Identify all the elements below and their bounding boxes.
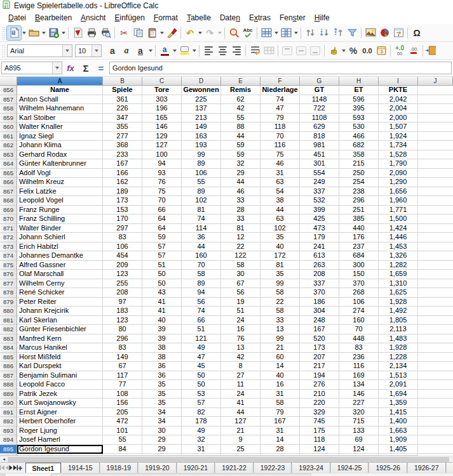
font-name-select[interactable]: Arial bbox=[7, 44, 72, 57]
font-size-select[interactable]: 10 bbox=[75, 44, 102, 57]
sheet-tab-1918-19[interactable]: 1918-19 bbox=[100, 463, 139, 473]
redo-dropdown[interactable] bbox=[217, 26, 222, 40]
cell[interactable]: 58 bbox=[260, 399, 300, 408]
cell[interactable]: 454 bbox=[103, 251, 142, 261]
cell[interactable]: 818 bbox=[300, 132, 339, 142]
row-header[interactable]: 884 bbox=[0, 343, 17, 353]
column-header-H[interactable]: H bbox=[339, 77, 379, 86]
indent-increase-button[interactable] bbox=[425, 44, 436, 58]
cell[interactable]: 451 bbox=[300, 150, 339, 160]
cell[interactable]: 51 bbox=[142, 261, 182, 270]
row-header[interactable]: 879 bbox=[0, 298, 17, 307]
cell[interactable]: Gordon Igesund bbox=[17, 445, 103, 454]
delete-decimal-button[interactable]: .00 bbox=[407, 44, 421, 58]
currency-format-button[interactable] bbox=[327, 44, 341, 58]
cell[interactable]: 1,528 bbox=[379, 150, 418, 160]
row-button[interactable] bbox=[259, 26, 273, 40]
cell[interactable]: 117 bbox=[103, 371, 142, 381]
cell[interactable] bbox=[418, 233, 453, 242]
cell[interactable]: 682 bbox=[339, 141, 379, 150]
cell[interactable]: 44 bbox=[221, 178, 260, 187]
cell[interactable]: 425 bbox=[300, 215, 339, 224]
cell[interactable]: 14 bbox=[260, 435, 300, 445]
cell[interactable]: 64 bbox=[142, 224, 182, 234]
cell[interactable]: 2,113 bbox=[379, 325, 418, 334]
cell[interactable]: 101 bbox=[103, 426, 142, 436]
cell[interactable]: 1,659 bbox=[379, 270, 418, 279]
cell[interactable] bbox=[418, 206, 453, 215]
cell[interactable] bbox=[418, 298, 453, 307]
cell[interactable]: 205 bbox=[103, 408, 142, 418]
cell[interactable]: 1,513 bbox=[379, 371, 418, 381]
sort-ascending-icon[interactable] bbox=[331, 26, 345, 40]
cell[interactable]: 27 bbox=[221, 371, 260, 381]
cell[interactable]: 210 bbox=[300, 390, 339, 399]
cell[interactable]: Spiele bbox=[103, 86, 142, 95]
cell[interactable] bbox=[418, 408, 453, 418]
cell[interactable]: 466 bbox=[339, 132, 379, 142]
align-center-button[interactable] bbox=[215, 44, 229, 58]
cell[interactable] bbox=[418, 104, 453, 114]
cell[interactable]: Johann Klima bbox=[17, 141, 103, 150]
cell[interactable] bbox=[418, 390, 453, 399]
cell[interactable]: 79 bbox=[260, 408, 300, 418]
column-button[interactable] bbox=[279, 26, 293, 40]
cell[interactable]: 36 bbox=[182, 233, 221, 242]
cell[interactable]: 46 bbox=[221, 187, 260, 197]
cell[interactable]: 233 bbox=[103, 150, 142, 160]
cell[interactable]: 28 bbox=[260, 445, 300, 454]
cell[interactable]: 70 bbox=[182, 261, 221, 270]
cell[interactable]: 32 bbox=[221, 159, 260, 169]
cell[interactable]: 40 bbox=[260, 371, 300, 381]
cell[interactable]: 149 bbox=[182, 122, 221, 132]
cell[interactable]: 51 bbox=[221, 307, 260, 316]
cell[interactable] bbox=[260, 454, 300, 456]
cell[interactable] bbox=[418, 380, 453, 390]
cell[interactable]: Wilhelm Hahnemann bbox=[17, 104, 103, 114]
cell[interactable]: 361 bbox=[103, 95, 142, 105]
cell[interactable]: 596 bbox=[339, 95, 379, 105]
function-wizard-icon[interactable]: fx bbox=[64, 62, 78, 74]
cell[interactable]: 39 bbox=[142, 325, 182, 334]
row-dropdown[interactable] bbox=[273, 26, 279, 40]
cell[interactable]: 79 bbox=[260, 114, 300, 123]
cell[interactable]: 370 bbox=[300, 288, 339, 298]
sheet-tab-1920-21[interactable]: 1920-21 bbox=[177, 463, 215, 473]
cell[interactable]: 1,771 bbox=[379, 206, 418, 215]
cell[interactable]: 173 bbox=[103, 196, 142, 206]
cell[interactable]: 24 bbox=[221, 316, 260, 326]
add-sheet-button[interactable]: + bbox=[18, 463, 23, 473]
cell[interactable] bbox=[142, 454, 182, 456]
row-header[interactable]: 863 bbox=[0, 150, 17, 160]
cell[interactable]: 1148 bbox=[300, 95, 339, 105]
cell[interactable]: 21 bbox=[260, 343, 300, 353]
cell[interactable]: 2,090 bbox=[379, 169, 418, 178]
cell[interactable]: 170 bbox=[103, 215, 142, 224]
sheet-tab-1924-25[interactable]: 1924-25 bbox=[330, 463, 369, 473]
cell[interactable]: Walter Binder bbox=[17, 224, 103, 234]
cell[interactable]: 57 bbox=[142, 251, 182, 261]
cell[interactable] bbox=[418, 270, 453, 279]
cell[interactable] bbox=[418, 159, 453, 169]
cell[interactable]: 2,091 bbox=[379, 380, 418, 390]
cell[interactable]: Günter Friesenbichler bbox=[17, 325, 103, 334]
chevron-down-icon[interactable] bbox=[52, 62, 62, 74]
spelling-button[interactable]: Abc bbox=[241, 26, 255, 40]
cell[interactable]: 40 bbox=[142, 316, 182, 326]
row-header[interactable]: 868 bbox=[0, 196, 17, 206]
cell[interactable]: 123 bbox=[103, 316, 142, 326]
cell[interactable]: 57 bbox=[142, 242, 182, 252]
cell[interactable]: 178 bbox=[182, 417, 221, 426]
cell[interactable]: 81 bbox=[182, 206, 221, 215]
cell[interactable]: Erich Habitzl bbox=[17, 242, 103, 252]
cell[interactable]: 56 bbox=[221, 288, 260, 298]
cell[interactable]: Gewonnen bbox=[182, 86, 221, 95]
highlight-color-button[interactable] bbox=[177, 44, 191, 58]
cell[interactable]: 42 bbox=[221, 353, 260, 362]
cell[interactable]: 38 bbox=[142, 343, 182, 353]
cell[interactable] bbox=[418, 114, 453, 123]
cell[interactable]: 385 bbox=[339, 215, 379, 224]
cell[interactable]: Peter Reiter bbox=[17, 298, 103, 307]
cell[interactable] bbox=[418, 399, 453, 408]
cell[interactable]: 127 bbox=[221, 417, 260, 426]
